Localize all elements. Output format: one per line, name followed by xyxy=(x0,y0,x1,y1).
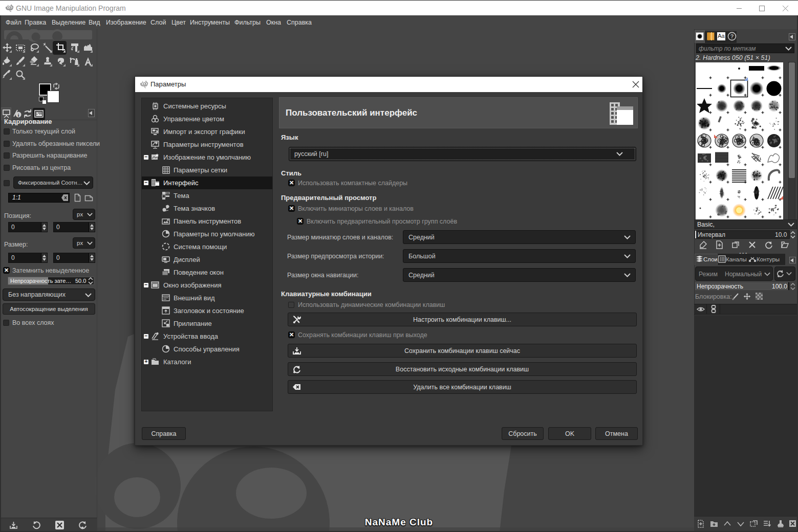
svg-text:?: ? xyxy=(730,33,734,39)
